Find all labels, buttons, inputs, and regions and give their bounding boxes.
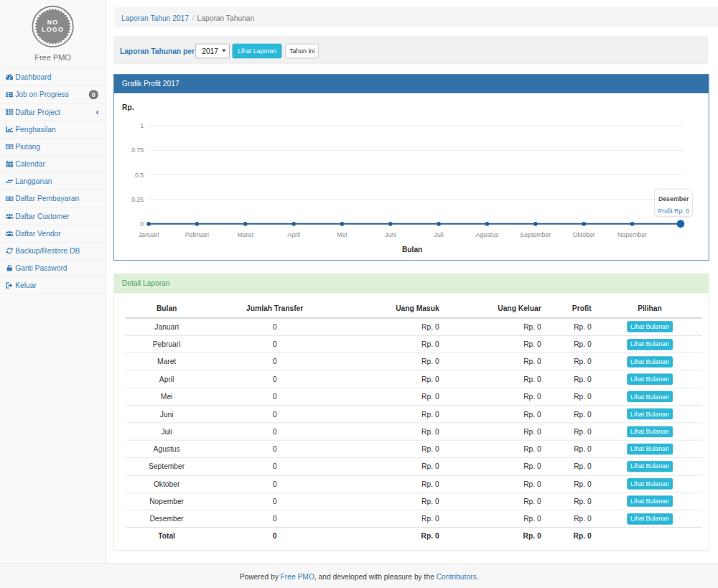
svg-text:0.25: 0.25 bbox=[131, 196, 144, 203]
svg-text:September: September bbox=[520, 231, 551, 238]
svg-text:Juli: Juli bbox=[434, 231, 444, 238]
svg-text:Bulan: Bulan bbox=[402, 246, 422, 253]
svg-text:0.5: 0.5 bbox=[135, 171, 144, 178]
svg-text:Agustus: Agustus bbox=[476, 231, 499, 238]
svg-text:Maret: Maret bbox=[238, 231, 254, 238]
svg-text:April: April bbox=[287, 231, 300, 238]
svg-text:Mei: Mei bbox=[337, 231, 347, 238]
svg-text:0: 0 bbox=[140, 220, 144, 228]
svg-text:Januari: Januari bbox=[139, 231, 159, 238]
svg-text:Juni: Juni bbox=[385, 231, 396, 238]
svg-text:0.75: 0.75 bbox=[131, 146, 144, 154]
svg-text:Pebruari: Pebruari bbox=[185, 231, 209, 238]
svg-text:1: 1 bbox=[140, 122, 144, 129]
svg-text:Rp.: Rp. bbox=[122, 103, 134, 111]
svg-text:NO: NO bbox=[47, 18, 59, 25]
svg-text:Oktober: Oktober bbox=[573, 231, 595, 238]
svg-text:Nopember: Nopember bbox=[617, 231, 647, 238]
svg-text:LOGO: LOGO bbox=[42, 26, 64, 33]
